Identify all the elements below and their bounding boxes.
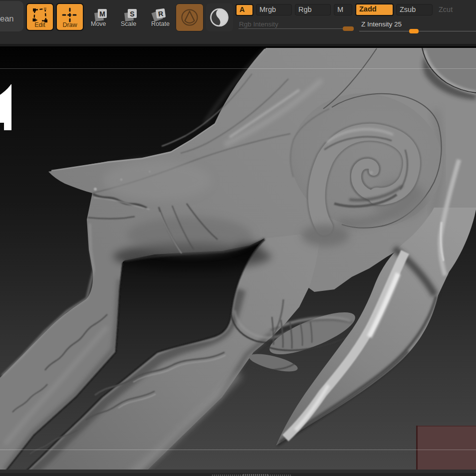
svg-text:S: S	[130, 10, 134, 18]
svg-text:M: M	[99, 10, 105, 18]
